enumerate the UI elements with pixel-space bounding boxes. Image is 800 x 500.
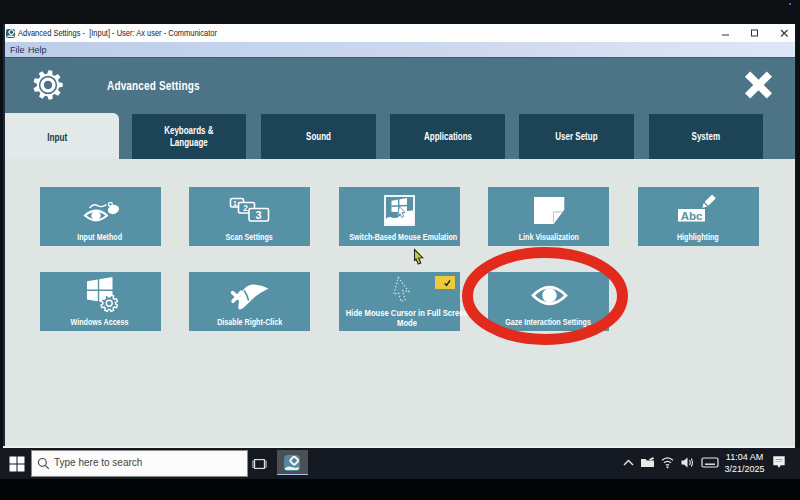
svg-text:Abc: Abc	[681, 210, 703, 222]
svg-text:3: 3	[255, 209, 261, 221]
svg-text:2: 2	[243, 203, 248, 213]
svg-text:1: 1	[233, 200, 237, 207]
